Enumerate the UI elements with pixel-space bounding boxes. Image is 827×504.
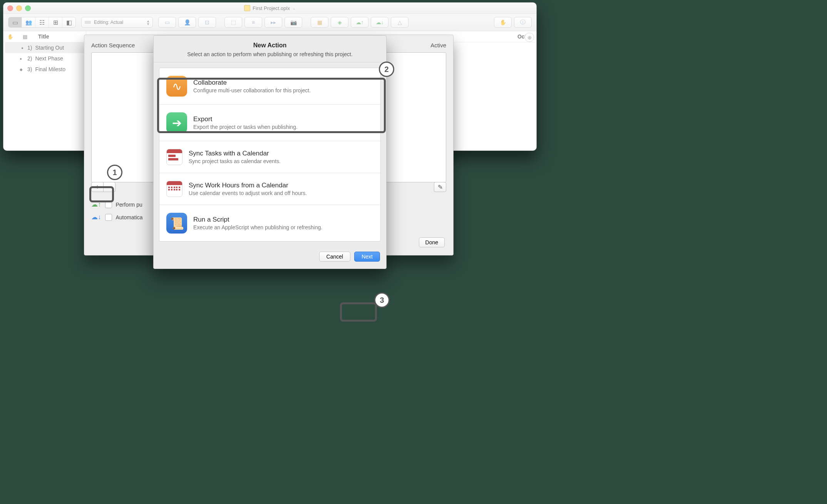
callout-number-3: 3 (374, 292, 390, 308)
collaborate-icon: ∿ (166, 76, 187, 97)
zoom-button[interactable] (25, 5, 31, 11)
auto-label: Automatica (116, 214, 143, 220)
window-title: First Project.oplx ⌄ (244, 5, 296, 11)
choice-collaborate[interactable]: ∿ Collaborate Configure multi-user colla… (159, 68, 380, 104)
view-mode-2[interactable]: 👥 (22, 17, 35, 27)
outline-row[interactable]: ● 2) Next Phase (3, 53, 86, 64)
perform-publish-checkbox[interactable] (105, 201, 112, 208)
toolbar-baseline-icon[interactable]: ≡ (244, 17, 262, 28)
view-mode-4[interactable]: ⊞ (49, 17, 62, 27)
callout-number-1: 1 (107, 165, 122, 180)
toolbar-simulate-icon[interactable]: ◈ (331, 17, 348, 28)
toolbar-update-icon[interactable]: ☁︎↓ (371, 17, 388, 28)
view-mode-segment[interactable]: ▭ 👥 ☷ ⊞ ◧ (8, 17, 76, 28)
cloud-down-icon: ☁︎↓ (91, 213, 101, 221)
view-mode-3[interactable]: ☷ (35, 17, 49, 27)
cloud-up-icon: ☁︎↑ (91, 200, 101, 209)
remove-action-button[interactable]: − (103, 182, 116, 192)
toolbar-snapshot-icon[interactable]: 📷 (285, 17, 302, 28)
close-button[interactable] (7, 5, 13, 11)
sheet-active-label: Active (430, 42, 446, 48)
notes-icon: ▤ (23, 34, 27, 40)
toolbar-info-icon[interactable]: ⓘ (514, 17, 532, 28)
auto-checkbox[interactable] (105, 214, 112, 221)
hand-icon: ✋ (7, 34, 13, 40)
perform-publish-label: Perform pu (116, 202, 142, 208)
callout-number-2: 2 (379, 62, 394, 77)
cancel-button[interactable]: Cancel (319, 252, 351, 262)
calendar-grid-icon (166, 181, 182, 197)
export-icon: ➔ (166, 112, 187, 133)
new-action-subtitle: Select an action to perform when publish… (157, 51, 382, 57)
editing-popup[interactable]: Editing: Actual ▴▾ (81, 17, 153, 28)
outline-row[interactable]: ● 1) Starting Out (5, 42, 84, 53)
new-action-sheet: New Action Select an action to perform w… (153, 35, 387, 269)
choice-export[interactable]: ➔ Export Export the project or tasks whe… (159, 104, 380, 141)
chevron-down-icon[interactable]: ⌄ (292, 6, 296, 11)
toolbar-resource-icon[interactable]: 👤 (178, 17, 196, 28)
calendar-bars-icon (166, 149, 182, 165)
add-action-button[interactable]: + (91, 182, 104, 192)
next-button[interactable]: Next (354, 252, 380, 262)
toolbar-milestone-icon[interactable]: ⊡ (198, 17, 216, 28)
document-icon (244, 5, 250, 11)
toolbar-publish-icon[interactable]: ☁︎↑ (351, 17, 368, 28)
done-button[interactable]: Done (419, 237, 445, 247)
traffic-lights (7, 5, 31, 11)
callout-ring-3 (340, 302, 377, 322)
toolbar-task-icon[interactable]: ▭ (158, 17, 176, 28)
choice-sync-tasks[interactable]: Sync Tasks with a Calendar Sync project … (159, 141, 380, 173)
view-mode-1[interactable]: ▭ (8, 17, 22, 27)
toolbar-reschedule-icon[interactable]: ▸▸ (265, 17, 282, 28)
zoom-icon[interactable]: ⊕ (525, 33, 534, 42)
view-mode-5[interactable]: ◧ (62, 17, 75, 27)
titlebar: First Project.oplx ⌄ (3, 3, 536, 14)
outline-row[interactable]: ◆ 3) Final Milesto (3, 64, 86, 75)
sheet-title: Action Sequence (91, 42, 135, 48)
script-icon: 📜 (166, 213, 187, 234)
outline-header: Title (38, 33, 49, 40)
toolbar-level-icon[interactable]: ⬚ (224, 17, 242, 28)
toolbar-stop-icon[interactable]: ✋ (494, 17, 512, 28)
choice-run-script[interactable]: 📜 Run a Script Execute an AppleScript wh… (159, 205, 380, 241)
toolbar-catchup-icon[interactable]: ▦ (311, 17, 328, 28)
choice-sync-hours[interactable]: Sync Work Hours from a Calendar Use cale… (159, 173, 380, 205)
edit-action-button[interactable]: ✎ (434, 182, 446, 192)
minimize-button[interactable] (16, 5, 22, 11)
new-action-title: New Action (157, 42, 382, 49)
outline-sidebar: ✋▤Title ● 1) Starting Out ● 2) Next Phas… (3, 31, 86, 150)
toolbar-changes-icon[interactable]: △ (391, 17, 408, 28)
toolbar: ▭ 👥 ☷ ⊞ ◧ Editing: Actual ▴▾ ▭ 👤 ⊡ ⬚ ≡ ▸… (3, 14, 536, 31)
